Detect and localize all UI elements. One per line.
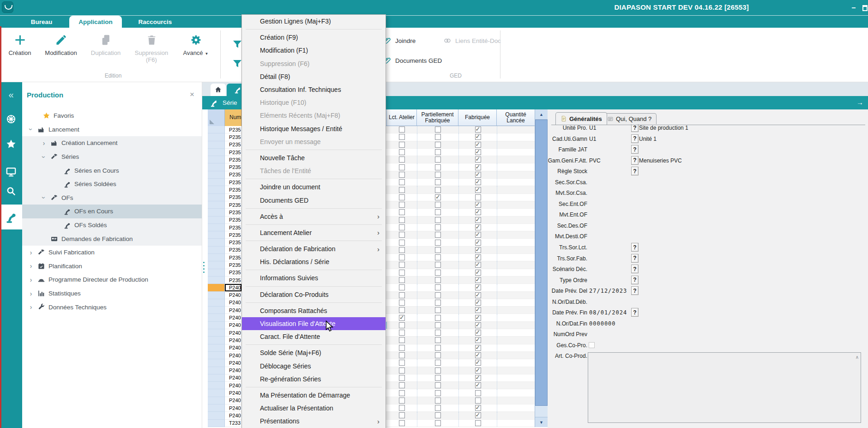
cell-quantite[interactable]	[497, 239, 535, 246]
cell-lct[interactable]	[387, 322, 417, 329]
cell-num[interactable]: P235	[225, 186, 241, 193]
cell-num[interactable]: P235	[225, 254, 241, 261]
help-button[interactable]: ?	[631, 276, 639, 284]
cell-num[interactable]: P240	[225, 404, 241, 411]
cell-fab[interactable]	[458, 299, 497, 306]
field-value[interactable]: U1	[589, 136, 596, 142]
cell-quantite[interactable]	[497, 359, 535, 366]
checkbox-lct[interactable]	[399, 127, 405, 133]
cell-quantite[interactable]	[497, 201, 535, 208]
sidebar-item-programme-directeur-de-production[interactable]: ›Programme Directeur de Production	[22, 273, 202, 287]
chevron-down-icon[interactable]: ›	[40, 193, 48, 202]
checkbox-fab[interactable]	[475, 149, 481, 155]
cell-lct[interactable]	[387, 179, 417, 186]
checkbox-lct[interactable]	[399, 179, 405, 185]
cell-lct[interactable]	[387, 231, 417, 238]
cell-quantite[interactable]	[497, 322, 535, 329]
cell-num[interactable]: P235	[225, 231, 241, 238]
tab-home[interactable]	[211, 84, 226, 96]
cell-num[interactable]: P235	[225, 194, 241, 201]
checkbox-part[interactable]	[435, 194, 441, 200]
checkbox-part[interactable]	[435, 412, 441, 418]
chevron-down-icon[interactable]: ›	[27, 125, 35, 134]
checkbox-part[interactable]	[435, 292, 441, 298]
menu-item-documents-ged[interactable]: Documents GED	[242, 193, 386, 206]
cell-fab[interactable]	[458, 247, 497, 253]
cell-quantite[interactable]	[497, 133, 535, 140]
cell-fab[interactable]	[458, 292, 497, 299]
cell-lct[interactable]	[387, 307, 417, 313]
cell-part[interactable]	[417, 171, 458, 178]
cell-part[interactable]	[417, 126, 458, 133]
ribbon-button-avance[interactable]: Avancé▼	[175, 29, 217, 57]
cell-lct[interactable]	[387, 261, 417, 268]
checkbox-part[interactable]	[435, 284, 441, 290]
checkbox-fab[interactable]	[475, 368, 481, 374]
cell-fab[interactable]	[458, 141, 497, 148]
cell-lct[interactable]	[387, 254, 417, 261]
cell-num[interactable]: P240	[225, 397, 241, 404]
cell-quantite[interactable]	[497, 374, 535, 381]
cell-quantite[interactable]	[497, 329, 535, 336]
checkbox-fab[interactable]	[475, 345, 481, 351]
row-header[interactable]	[208, 299, 225, 307]
cell-num[interactable]: P235	[225, 156, 241, 163]
row-header[interactable]	[208, 359, 225, 367]
checkbox-fab[interactable]	[475, 172, 481, 178]
cell-quantite[interactable]	[497, 247, 535, 253]
cell-part[interactable]	[417, 217, 458, 223]
cell-part[interactable]	[417, 412, 458, 419]
checkbox-lct[interactable]	[399, 284, 405, 290]
row-header[interactable]	[208, 404, 225, 412]
scroll-down-button[interactable]: ▼	[535, 417, 548, 427]
cell-num[interactable]: P235	[225, 201, 241, 208]
chevron-right-icon[interactable]: ›	[39, 139, 48, 147]
checkbox-lct[interactable]	[399, 352, 405, 358]
checkbox-lct[interactable]	[399, 368, 405, 374]
checkbox-part[interactable]	[435, 375, 441, 381]
tab-raccourcis[interactable]: Raccourcis	[137, 16, 174, 28]
sidebar-item-donnees-techniques[interactable]: ›Données Techniques	[22, 300, 202, 314]
row-header[interactable]	[208, 352, 225, 359]
cell-num[interactable]: P235	[225, 141, 241, 148]
cell-num[interactable]: P235	[225, 247, 241, 253]
cell-num[interactable]: P235	[225, 171, 241, 178]
checkbox-lct[interactable]	[399, 375, 405, 381]
row-header[interactable]	[208, 314, 225, 321]
strip-item-search[interactable]	[0, 181, 22, 201]
cell-num[interactable]: P240	[225, 292, 241, 299]
cell-num[interactable]: P235	[225, 126, 241, 133]
cell-part[interactable]	[417, 307, 458, 313]
ribbon-button-creation[interactable]: Création	[1, 29, 39, 57]
cell-part[interactable]	[417, 337, 458, 344]
row-header[interactable]	[208, 292, 225, 299]
cell-lct[interactable]	[387, 389, 417, 396]
menu-item-actualiser-la-presentation[interactable]: Actualiser la Présentation	[242, 402, 386, 415]
cell-fab[interactable]	[458, 314, 497, 321]
checkbox-fab[interactable]	[475, 352, 481, 358]
cell-fab[interactable]	[458, 179, 497, 186]
row-header[interactable]	[208, 269, 225, 277]
cell-lct[interactable]	[387, 352, 417, 359]
menu-item-informations-suivies[interactable]: Informations Suivies	[242, 271, 386, 284]
checkbox-fab[interactable]	[475, 322, 481, 328]
checkbox-part[interactable]	[435, 390, 441, 396]
cell-quantite[interactable]	[497, 367, 535, 374]
cell-quantite[interactable]	[497, 292, 535, 299]
row-header[interactable]	[208, 186, 225, 193]
cell-part[interactable]	[417, 284, 458, 291]
cell-quantite[interactable]	[497, 277, 535, 283]
cell-quantite[interactable]	[497, 171, 535, 178]
checkbox-part[interactable]	[435, 142, 441, 148]
row-header[interactable]	[208, 374, 225, 382]
menu-item-taches-de-l-entite[interactable]: Tâches de l'Entité	[242, 164, 386, 177]
cell-lct[interactable]	[387, 382, 417, 389]
help-button[interactable]: ?	[631, 308, 639, 317]
cell-fab[interactable]	[458, 194, 497, 201]
cell-fab[interactable]	[458, 269, 497, 276]
menu-item-envoyer-un-message[interactable]: Envoyer un message	[242, 135, 386, 148]
checkbox-fab[interactable]	[475, 277, 481, 283]
cell-quantite[interactable]	[497, 404, 535, 411]
checkbox-fab[interactable]	[475, 382, 481, 388]
cell-fab[interactable]	[458, 171, 497, 178]
